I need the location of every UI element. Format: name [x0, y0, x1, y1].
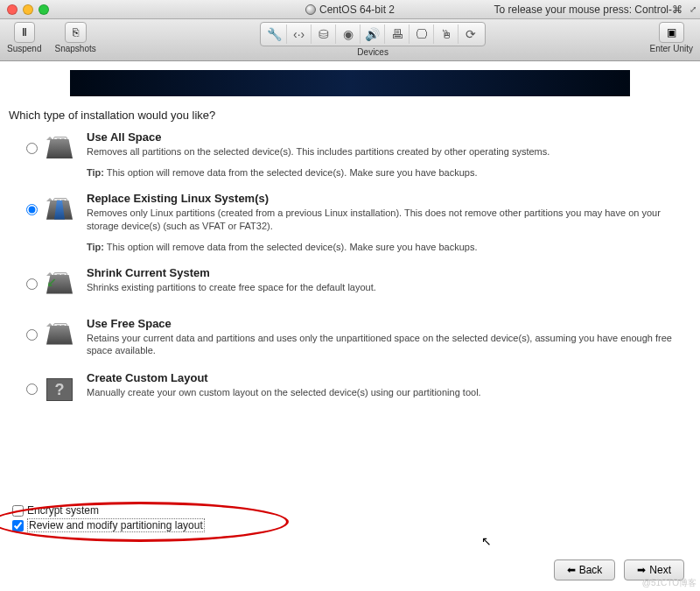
option-title: Use Free Space: [87, 317, 691, 330]
option-title: Replace Existing Linux System(s): [87, 192, 691, 205]
device-printer-icon[interactable]: 🖶: [385, 25, 410, 44]
review-layout-checkbox[interactable]: [12, 520, 24, 531]
radio-use-all-space[interactable]: [26, 143, 38, 154]
expand-icon[interactable]: ⤢: [690, 4, 696, 14]
option-replace-linux[interactable]: OS Replace Existing Linux System(s) Remo…: [26, 192, 691, 252]
option-tip: Tip: This option will remove data from t…: [87, 242, 691, 252]
device-display-icon[interactable]: 🖵: [410, 25, 434, 44]
device-mouse-icon[interactable]: 🖱: [434, 25, 458, 44]
option-title: Create Custom Layout: [87, 371, 691, 384]
radio-shrink[interactable]: [26, 278, 38, 290]
installer-banner: [70, 70, 630, 96]
install-type-question: Which type of installation would you lik…: [0, 105, 700, 130]
option-title: Shrink Current System: [87, 266, 691, 279]
option-desc: Manually create your own custom layout o…: [87, 386, 691, 399]
zoom-window-button[interactable]: [38, 4, 49, 15]
device-wrench-icon[interactable]: 🔧: [262, 25, 287, 44]
enter-unity-label: Enter Unity: [650, 44, 693, 53]
suspend-label: Suspend: [7, 44, 41, 53]
radio-replace-linux[interactable]: [26, 204, 38, 215]
radio-free-space[interactable]: [26, 329, 38, 341]
mouse-cursor-icon: ↖: [481, 534, 492, 548]
suspend-button[interactable]: Ⅱ: [14, 22, 35, 43]
snapshots-icon: ⎘: [73, 26, 79, 39]
watermark: @51CTO博客: [642, 577, 696, 589]
close-window-button[interactable]: [7, 4, 18, 15]
device-harddisk-icon[interactable]: ⛁: [312, 25, 336, 44]
snapshots-button[interactable]: ⎘: [65, 22, 87, 43]
option-shrink[interactable]: OS Shrink Current System Shrinks existin…: [26, 266, 691, 303]
titlebar: CentOS 64-bit 2 To release your mouse pr…: [0, 0, 700, 19]
device-cdrom-icon[interactable]: ◉: [336, 25, 360, 44]
option-desc: Removes all partitions on the selected d…: [87, 145, 691, 158]
minimize-window-button[interactable]: [23, 4, 33, 15]
option-desc: Shrinks existing partitions to create fr…: [87, 281, 691, 294]
question-mark-icon: ?: [46, 378, 73, 401]
back-button[interactable]: ⬅ Back: [554, 559, 616, 580]
encrypt-system-label: Encrypt system: [27, 504, 99, 517]
back-label: Back: [579, 564, 603, 576]
option-desc: Removes only Linux partitions (created f…: [87, 207, 691, 233]
device-network-icon[interactable]: ‹·›: [287, 25, 312, 44]
radio-custom[interactable]: [26, 383, 38, 395]
window-title: CentOS 64-bit 2: [305, 4, 395, 16]
arrow-left-icon: ⬅: [567, 564, 576, 576]
enter-unity-button[interactable]: ▣: [659, 22, 684, 43]
installer-content: Which type of installation would you lik…: [0, 61, 700, 591]
arrow-right-icon: ➡: [637, 564, 646, 576]
disc-icon: [305, 4, 316, 15]
option-free-space[interactable]: OS Use Free Space Retains your current d…: [26, 317, 691, 358]
option-title: Use All Space: [87, 130, 691, 144]
option-tip: Tip: This option will remove data from t…: [87, 167, 691, 178]
snapshots-label: Snapshots: [54, 44, 95, 53]
option-custom[interactable]: ? Create Custom Layout Manually create y…: [26, 371, 691, 401]
device-refresh-icon[interactable]: ⟳: [458, 25, 483, 44]
mouse-release-hint: To release your mouse press: Control-⌘: [494, 4, 682, 16]
pause-icon: Ⅱ: [22, 26, 27, 39]
option-use-all-space[interactable]: OS Use All Space Removes all partitions …: [26, 130, 691, 178]
unity-icon: ▣: [667, 26, 676, 39]
devices-label: Devices: [357, 47, 388, 57]
next-label: Next: [649, 564, 671, 576]
option-desc: Retains your current data and partitions…: [87, 332, 691, 358]
review-layout-row[interactable]: Review and modify partitioning layout: [12, 518, 205, 532]
toolbar: Ⅱ Suspend ⎘ Snapshots 🔧 ‹·› ⛁ ◉ 🔊 🖶 🖵 🖱 …: [0, 19, 700, 61]
encrypt-system-row[interactable]: Encrypt system: [12, 504, 205, 517]
devices-group: 🔧 ‹·› ⛁ ◉ 🔊 🖶 🖵 🖱 ⟳: [260, 22, 486, 46]
device-sound-icon[interactable]: 🔊: [360, 25, 385, 44]
encrypt-system-checkbox[interactable]: [12, 505, 24, 517]
review-layout-label: Review and modify partitioning layout: [27, 518, 205, 532]
